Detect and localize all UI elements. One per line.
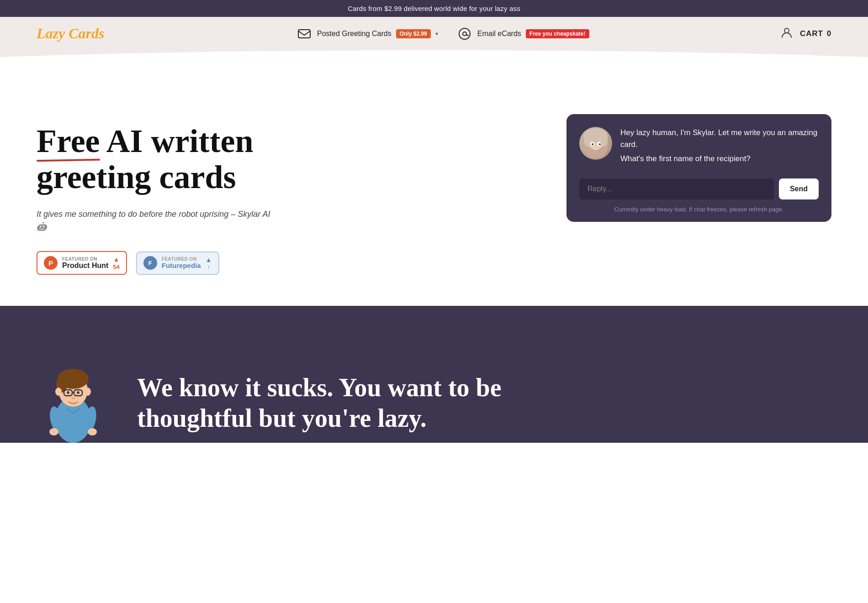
hero-title-free: Free: [37, 123, 100, 159]
ph-featured-label: FEATURED ON: [62, 257, 108, 262]
email-ecards-badge: Free you cheapskate!: [526, 29, 589, 38]
posted-cards-chevron: ▾: [435, 31, 438, 37]
svg-rect-0: [298, 30, 310, 38]
hero-left-content: Free AI written greeting cards It gives …: [37, 114, 274, 275]
chat-messages: Hey lazy human, I'm Skylar. Let me write…: [620, 127, 819, 168]
bottom-heading-line1: We know it sucks. You want to be: [137, 373, 502, 402]
site-logo[interactable]: Lazy Cards: [37, 25, 104, 42]
svg-point-3: [784, 28, 789, 33]
hero-right-content: Hey lazy human, I'm Skylar. Let me write…: [566, 114, 831, 222]
fp-arrow-icon: ▲: [206, 256, 212, 263]
fp-name: Futurepedia: [162, 262, 201, 269]
character-illustration: [37, 342, 110, 434]
chat-greeting-2: What's the first name of the recipient?: [620, 153, 819, 165]
ph-name: Product Hunt: [62, 262, 108, 270]
ph-count-value: 54: [113, 263, 119, 270]
bottom-content: We know it sucks. You want to be thought…: [0, 342, 868, 434]
mail-icon: [296, 26, 312, 42]
badge-row: P FEATURED ON Product Hunt ▲ 54 F FEATUR…: [37, 251, 274, 275]
product-hunt-logo: P: [44, 256, 58, 270]
svg-point-14: [592, 143, 593, 145]
fp-featured-label: FEATURED ON: [162, 257, 201, 262]
chat-greeting-1: Hey lazy human, I'm Skylar. Let me write…: [620, 127, 819, 150]
banner-text: Cards from $2.99 delivered world wide fo…: [348, 5, 520, 12]
user-icon[interactable]: [781, 26, 793, 41]
bottom-section: We know it sucks. You want to be thought…: [0, 342, 868, 443]
announcement-banner: Cards from $2.99 delivered world wide fo…: [0, 0, 868, 17]
hero-title: Free AI written greeting cards: [37, 123, 274, 195]
product-hunt-badge[interactable]: P FEATURED ON Product Hunt ▲ 54: [37, 251, 127, 275]
posted-greeting-cards-nav[interactable]: Posted Greeting Cards Only $2.99 ▾: [296, 26, 438, 42]
hero-section: Free AI written greeting cards It gives …: [0, 78, 868, 306]
futurepedia-text: FEATURED ON Futurepedia: [162, 257, 201, 269]
posted-cards-badge: Only $2.99: [396, 29, 431, 38]
section-wave-divider: [0, 306, 868, 342]
ph-vote-count: ▲ 54: [113, 256, 119, 270]
svg-point-15: [599, 143, 601, 145]
header-right: CART 0: [781, 26, 831, 41]
svg-point-1: [459, 28, 470, 39]
futurepedia-logo: F: [143, 256, 157, 270]
svg-point-30: [49, 428, 58, 435]
fp-vote-count: ▲ ↑: [206, 256, 212, 270]
svg-point-27: [71, 397, 75, 399]
svg-point-25: [67, 391, 69, 394]
at-icon: [456, 26, 473, 42]
chat-note: Currently under heavy load. If chat free…: [579, 206, 819, 213]
site-header: Lazy Cards Posted Greeting Cards Only $2…: [0, 17, 868, 50]
svg-point-10: [584, 134, 591, 147]
main-nav: Posted Greeting Cards Only $2.99 ▾ Email…: [296, 26, 589, 42]
cart-button[interactable]: CART 0: [800, 29, 831, 38]
bottom-text-block: We know it sucks. You want to be thought…: [137, 345, 502, 434]
cart-count: 0: [827, 29, 831, 38]
bottom-heading-line2: thoughtful but you're lazy.: [137, 404, 427, 432]
product-hunt-text: FEATURED ON Product Hunt: [62, 257, 108, 270]
chat-input-row: Send: [579, 178, 819, 199]
svg-point-21: [85, 388, 91, 396]
chat-widget: Hey lazy human, I'm Skylar. Let me write…: [566, 114, 831, 222]
futurepedia-badge[interactable]: F FEATURED ON Futurepedia ▲ ↑: [136, 252, 219, 275]
hero-subtitle: It gives me something to do before the r…: [37, 208, 274, 233]
svg-point-26: [77, 391, 79, 394]
chat-send-button[interactable]: Send: [779, 178, 819, 199]
bottom-heading: We know it sucks. You want to be thought…: [137, 372, 502, 434]
ph-arrow-icon: ▲: [113, 256, 120, 263]
chat-header: Hey lazy human, I'm Skylar. Let me write…: [579, 127, 819, 168]
fp-count-value: ↑: [207, 264, 210, 270]
header-wave-divider: [0, 50, 868, 78]
svg-point-2: [463, 32, 466, 36]
svg-point-11: [600, 134, 608, 147]
posted-cards-label: Posted Greeting Cards: [317, 30, 392, 38]
cart-label: CART: [800, 29, 823, 38]
svg-point-31: [88, 428, 97, 435]
chat-reply-input[interactable]: [579, 178, 774, 199]
email-ecards-nav[interactable]: Email eCards Free you cheapskate!: [456, 26, 589, 42]
email-ecards-label: Email eCards: [477, 30, 521, 38]
skylar-avatar: [579, 127, 612, 160]
svg-point-20: [55, 388, 62, 396]
